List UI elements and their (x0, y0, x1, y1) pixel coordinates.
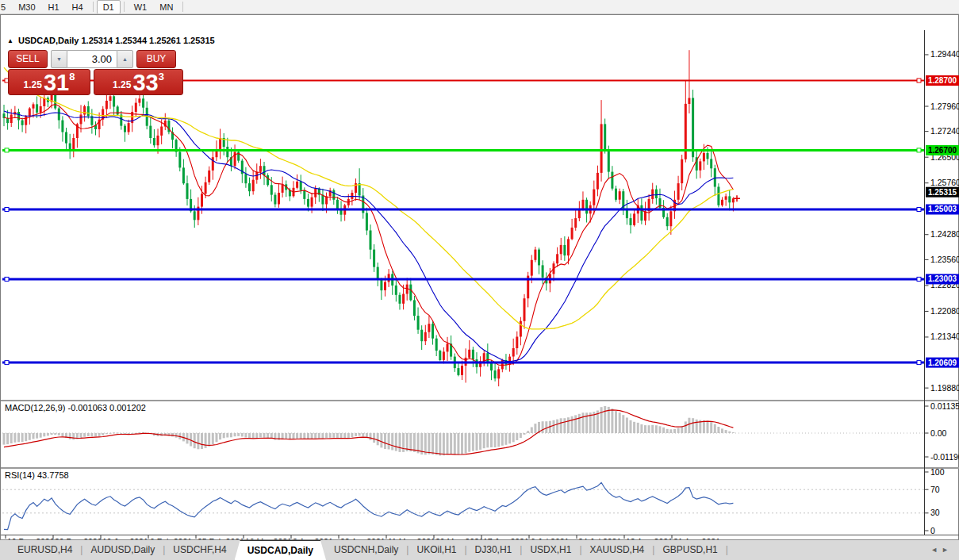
timeframe-button-5[interactable]: 5 (0, 0, 12, 14)
chart-tab-AUDUSD[interactable]: AUDUSD,Daily (82, 540, 163, 560)
rsi-line (4, 482, 733, 529)
price-axis-tick-label: 1.22820 (930, 280, 959, 290)
macd-axis-label: 0.01135 (930, 401, 959, 411)
quote-symbol: USDCAD,Daily (18, 36, 79, 45)
price-tag-label: 1.26700 (928, 146, 957, 155)
chart-tab-XAUUSD[interactable]: XAUUSD,H4 (582, 540, 653, 560)
timeframe-button-H4[interactable]: H4 (66, 0, 90, 14)
volume-increase-button[interactable]: ▲ (117, 50, 133, 68)
macd-axis-label: 0.00 (930, 428, 947, 438)
ma-line-slow (4, 67, 733, 329)
ask-price-main: 33 (132, 72, 158, 93)
price-tag (926, 358, 959, 368)
price-axis-tick-label: 1.27960 (930, 102, 959, 111)
timeframe-button-H1[interactable]: H1 (42, 0, 66, 14)
buy-button[interactable]: BUY (136, 50, 176, 68)
chart-tab-USDCNH[interactable]: USDCNH,Daily (326, 540, 406, 560)
quote-ohlc: 1.25314 1.25344 1.25261 1.25315 (81, 36, 214, 45)
price-axis-tick-label: 1.22080 (930, 306, 959, 316)
chart-tab-UKOil[interactable]: UKOil,H1 (409, 540, 464, 560)
line-anchor-marker (917, 277, 921, 281)
bid-price-prefix: 1.25 (24, 79, 42, 90)
price-axis-tick-label: 1.26500 (930, 152, 959, 162)
timeframe-toolbar: 5M30H1H4D1W1MN (0, 0, 959, 14)
rsi-axis-label: 0 (930, 526, 935, 535)
macd-histogram (3, 406, 735, 455)
collapse-quote-icon[interactable]: ▲ (7, 37, 13, 44)
price-tag (926, 187, 959, 198)
chart-window: 1.294401.279601.272401.265001.257601.242… (0, 14, 959, 539)
rsi-axis-label: 70 (930, 485, 940, 494)
macd-indicator-label: MACD(12,26,9) -0.001063 0.001202 (5, 403, 146, 412)
price-tag-label: 1.25003 (928, 205, 957, 213)
rsi-axis-label: 100 (930, 467, 945, 477)
chart-tab-USDCHF[interactable]: USDCHF,H4 (165, 540, 234, 560)
price-axis-tick-label: 1.27240 (930, 126, 959, 136)
line-anchor-marker (917, 79, 921, 82)
line-anchor-marker (917, 361, 921, 365)
price-tag-label: 1.25315 (928, 188, 957, 197)
chart-canvas: 1.294401.279601.272401.265001.257601.242… (1, 15, 959, 560)
chart-tab-EURUSD[interactable]: EURUSD,H4 (10, 540, 80, 560)
rsi-indicator-label: RSI(14) 43.7758 (5, 470, 69, 480)
price-tag (926, 205, 959, 215)
chart-tab-GBPUSD[interactable]: GBPUSD,H1 (654, 540, 725, 560)
horizontal-lines-layer (2, 79, 925, 365)
macd-axis-label: -0.01190 (930, 452, 959, 462)
chart-tab-USDX[interactable]: USDX,H1 (522, 540, 579, 560)
ask-price-prefix: 1.25 (113, 79, 131, 90)
price-axis-tick-label: 1.29440 (930, 49, 959, 59)
line-anchor-marker (5, 208, 9, 212)
price-axis-tick-label: 1.23560 (930, 255, 959, 264)
ma-line-fast (4, 105, 733, 366)
chart-tabs-bar: EURUSD,H4|AUDUSD,Daily|USDCHF,H4USDCAD,D… (0, 539, 959, 560)
timeframe-button-D1[interactable]: D1 (97, 0, 121, 14)
price-tag-label: 1.20609 (928, 359, 957, 367)
toolbar-separator (182, 2, 183, 12)
timeframe-button-W1[interactable]: W1 (128, 0, 154, 14)
price-tag-label: 1.23003 (928, 274, 957, 283)
line-anchor-marker (5, 277, 9, 281)
candles-layer (3, 50, 735, 386)
bid-price-main: 31 (44, 72, 69, 93)
line-anchor-marker (5, 361, 9, 365)
timeframe-button-MN[interactable]: MN (153, 0, 179, 14)
chevron-up-icon: ▲ (122, 56, 128, 62)
macd-signal-line (4, 410, 733, 455)
price-tag (926, 145, 959, 155)
toolbar-separator (93, 2, 94, 12)
toolbar-separator (124, 2, 125, 12)
price-tag (926, 274, 959, 284)
price-axis-tick-label: 1.24280 (930, 229, 959, 239)
chart-tab-USDCAD[interactable]: USDCAD,Daily (235, 540, 326, 560)
ma-line-mid (4, 111, 733, 362)
line-anchor-marker (917, 148, 921, 152)
sell-button[interactable]: SELL (8, 50, 48, 68)
rsi-axis-label: 30 (930, 508, 940, 517)
bid-price-pipette: 8 (69, 71, 75, 82)
chart-tab-DJ30[interactable]: DJ30,H1 (467, 540, 520, 560)
ask-price-box[interactable]: 1.25 33 3 (94, 69, 183, 95)
chevron-down-icon: ▼ (56, 56, 62, 62)
price-tag-label: 1.28700 (928, 76, 957, 85)
price-tag (926, 75, 959, 86)
one-click-trading-widget: SELL ▼ ▲ BUY 1.25 31 8 1.25 33 3 (8, 50, 183, 95)
bid-price-box[interactable]: 1.25 31 8 (8, 69, 90, 95)
line-anchor-marker (5, 148, 9, 152)
price-axis-tick-label: 1.21340 (930, 332, 959, 341)
timeframe-button-M30[interactable]: M30 (12, 0, 41, 14)
moving-averages-layer (4, 67, 733, 365)
line-anchor-marker (917, 208, 921, 212)
tab-scroll-arrows[interactable]: ◄► (930, 540, 953, 560)
price-axis-tick-label: 1.19880 (930, 383, 959, 393)
price-axis-tick-label: 1.25760 (930, 178, 959, 187)
volume-input[interactable] (67, 50, 117, 68)
ask-price-pipette: 3 (159, 71, 164, 82)
volume-decrease-button[interactable]: ▼ (51, 50, 67, 68)
quote-line: ▲ USDCAD,Daily 1.25314 1.25344 1.25261 1… (7, 36, 215, 45)
tab-separator: | (726, 540, 728, 560)
